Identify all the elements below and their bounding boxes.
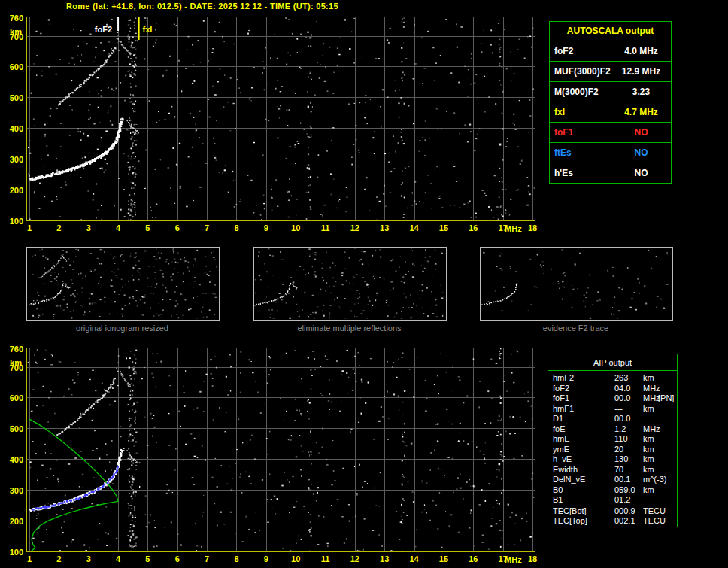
- aip-row-value: 70: [614, 465, 623, 475]
- x-axis-tick: 12: [347, 223, 362, 232]
- x-axis-tick: 15: [436, 554, 451, 563]
- thumb-filtered-canvas: [254, 248, 444, 319]
- autoscala-row-label: ftEs: [550, 143, 611, 163]
- aip-row-value: 00.1: [614, 475, 630, 485]
- aip-row-value: 110: [614, 434, 628, 445]
- aip-row-value: 00.0: [614, 414, 630, 424]
- aip-row-unit: km: [643, 454, 654, 465]
- y-axis-tick: 760: [1, 14, 23, 23]
- aip-row-unit: km: [643, 434, 654, 445]
- x-axis-tick: 8: [229, 223, 244, 232]
- top-ionogram: foF2fxI: [26, 17, 535, 221]
- autoscala-row: MUF(3000)F212.9 MHz: [550, 62, 671, 82]
- aip-table-title: AIP output: [548, 356, 677, 371]
- aip-row: h_vE130km: [548, 454, 677, 465]
- x-axis-unit: MHz: [502, 555, 523, 564]
- autoscala-row: foF1NO: [550, 123, 671, 143]
- x-axis-tick: 3: [81, 223, 96, 232]
- aip-row-label: B1: [553, 495, 563, 506]
- autoscala-row-label: fxI: [550, 102, 611, 122]
- aip-row-label: h_vE: [553, 454, 572, 465]
- x-axis-tick: 11: [318, 223, 333, 232]
- autoscala-table-title: AUTOSCALA output: [550, 22, 671, 41]
- y-axis-tick: 200: [1, 186, 23, 195]
- thumb-evidence-canvas: [481, 248, 671, 319]
- y-axis-tick: 400: [1, 124, 23, 133]
- x-axis-tick: 9: [259, 554, 274, 563]
- thumb-original-canvas: [27, 248, 217, 319]
- aip-row: D100.0: [548, 414, 677, 424]
- autoscala-row-value: 4.7 MHz: [611, 102, 671, 122]
- y-axis-tick: 600: [1, 62, 23, 71]
- autoscala-row: ftEsNO: [550, 143, 671, 163]
- aip-row-unit: MHz: [643, 424, 660, 435]
- top-ionogram-canvas: foF2fxI: [27, 17, 535, 220]
- thumb-evidence: [480, 247, 673, 321]
- aip-row-unit: km: [643, 485, 654, 496]
- aip-row-label: DelN_vE: [553, 475, 585, 485]
- x-axis-unit: MHz: [502, 224, 523, 233]
- aip-row: hmF2263km: [548, 373, 677, 384]
- aip-row-value: 263: [614, 373, 628, 384]
- x-axis-tick: 16: [466, 554, 481, 563]
- aip-row-unit: km: [643, 404, 654, 415]
- y-axis-tick: 760: [1, 345, 23, 354]
- y-axis-unit: km: [1, 27, 22, 36]
- aip-row-value: 1.2: [614, 424, 626, 435]
- bottom-ionogram: [26, 348, 535, 552]
- aip-row-unit: km: [643, 445, 654, 455]
- aip-row: ymE20km: [548, 445, 677, 455]
- autoscala-row-label: foF2: [550, 41, 611, 61]
- x-axis-tick: 11: [318, 554, 333, 563]
- x-axis-tick: 1: [22, 223, 37, 232]
- x-axis-tick: 9: [259, 223, 274, 232]
- aip-row-label: TEC[Bot]: [553, 506, 587, 517]
- x-axis-tick: 4: [111, 554, 126, 563]
- aip-row: DelN_vE00.1m^(-3): [548, 475, 677, 485]
- x-axis-tick: 8: [229, 554, 244, 563]
- aip-row-value: 20: [614, 445, 623, 455]
- aip-row: hmF1---km: [548, 404, 677, 415]
- window-title: Rome (lat: +41.8, lon: 012.5) - DATE: 20…: [66, 2, 338, 11]
- aip-row-unit: MHz: [643, 384, 660, 394]
- aip-row: foF100.0MHz[PN]: [548, 393, 677, 404]
- aip-row-unit: TECU: [643, 506, 666, 517]
- bottom-ionogram-canvas: [27, 348, 535, 551]
- aip-row: Ewidth70km: [548, 465, 677, 475]
- x-axis-tick: 4: [111, 223, 126, 232]
- x-axis-tick: 10: [288, 554, 303, 563]
- aip-row-label: foF1: [553, 393, 569, 404]
- autoscala-row-value: NO: [611, 143, 671, 163]
- aip-row-value: 04.0: [614, 384, 630, 394]
- x-axis-tick: 1: [22, 554, 37, 563]
- thumb-original: [26, 247, 220, 321]
- x-axis-tick: 2: [51, 223, 66, 232]
- x-axis-tick: 6: [170, 223, 185, 232]
- x-axis-tick: 6: [170, 554, 185, 563]
- x-axis-tick: 16: [466, 223, 481, 232]
- foF2-marker-label: foF2: [95, 25, 112, 34]
- aip-row-value: 01.2: [614, 495, 630, 506]
- aip-row-value: 00.0: [614, 393, 630, 404]
- autoscala-row-value: 12.9 MHz: [611, 62, 671, 81]
- x-axis-tick: 3: [81, 554, 96, 563]
- x-axis-tick: 18: [525, 554, 540, 563]
- aip-row-value: ---: [614, 404, 623, 415]
- aip-row-unit: m^(-3): [643, 475, 666, 485]
- autoscala-row: h'EsNO: [550, 163, 671, 183]
- aip-row: hmE110km: [548, 434, 677, 445]
- x-axis-tick: 5: [140, 554, 155, 563]
- thumb-filtered: [253, 247, 447, 321]
- aip-row: B0059.0km: [548, 485, 677, 496]
- aip-row-unit: km: [643, 373, 654, 384]
- aip-row-value: 002.1: [614, 516, 635, 527]
- y-axis-tick: 600: [1, 393, 23, 402]
- y-axis-unit: km: [1, 358, 22, 367]
- autoscala-row: fxI4.7 MHz: [550, 102, 671, 123]
- y-axis-tick: 500: [1, 424, 23, 433]
- x-axis-tick: 18: [525, 223, 540, 232]
- autoscala-row-label: foF1: [550, 123, 611, 142]
- x-axis-tick: 14: [407, 554, 422, 563]
- aip-row-extra: [PN]: [658, 393, 674, 404]
- autoscala-row-label: MUF(3000)F2: [550, 62, 611, 81]
